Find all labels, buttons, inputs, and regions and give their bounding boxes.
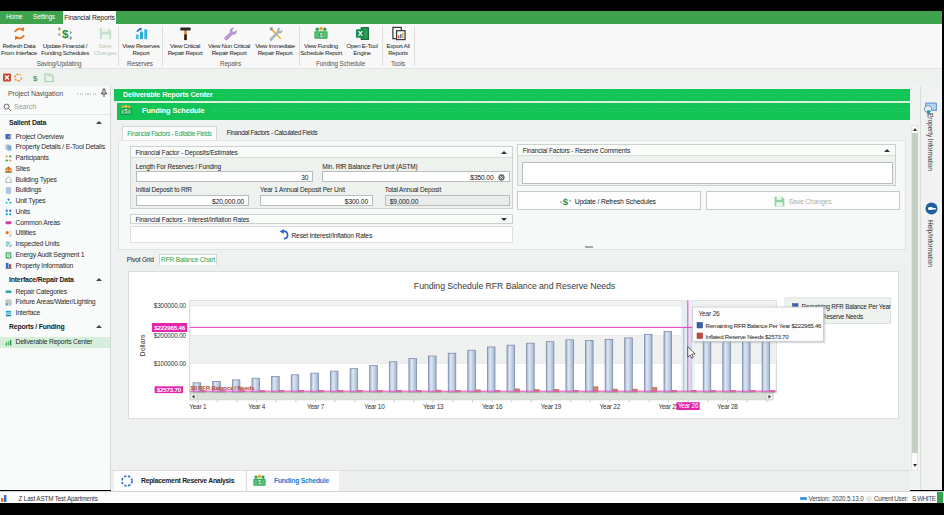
svg-text:Year 25: Year 25: [658, 403, 679, 410]
svg-text:$: $: [33, 74, 38, 83]
svg-text:Year 1: Year 1: [189, 403, 207, 410]
svg-text:$300000.00: $300000.00: [153, 302, 186, 309]
svg-text:Year 19: Year 19: [540, 403, 561, 410]
svg-text:$100000.00: $100000.00: [153, 359, 186, 366]
svg-text:Year 28: Year 28: [717, 403, 738, 410]
svg-text:Year 22: Year 22: [599, 403, 620, 410]
svg-text:Year 4: Year 4: [248, 403, 266, 410]
svg-text:$: $: [320, 31, 323, 37]
svg-text:$222965.46: $222965.46: [154, 323, 185, 330]
svg-text:$: $: [563, 196, 569, 207]
svg-text:Dollars: Dollars: [139, 334, 146, 356]
svg-text:Inflated Reserve Needs $2573.7: Inflated Reserve Needs $2573.70: [705, 332, 789, 339]
svg-text:Year 26: Year 26: [698, 309, 720, 316]
svg-text:Remaining RFR Balance Per Year: Remaining RFR Balance Per Year $222965.4…: [705, 321, 822, 328]
svg-text:$: $: [62, 26, 69, 39]
svg-text:$0 RFR Balance / Needs: $0 RFR Balance / Needs: [190, 384, 255, 391]
svg-text:Year 26: Year 26: [677, 402, 698, 409]
svg-text:Year 13: Year 13: [422, 403, 443, 410]
svg-text:X: X: [357, 29, 362, 38]
svg-text:Year 7: Year 7: [306, 403, 324, 410]
svg-text:Year 16: Year 16: [481, 403, 502, 410]
svg-text:Funding Schedule RFR Balance a: Funding Schedule RFR Balance and Reserve…: [413, 280, 615, 290]
svg-text:$200000.00: $200000.00: [153, 331, 186, 338]
svg-text:Year 10: Year 10: [364, 403, 385, 410]
svg-text:$2573.70: $2573.70: [156, 385, 181, 392]
svg-text:$: $: [258, 480, 261, 485]
